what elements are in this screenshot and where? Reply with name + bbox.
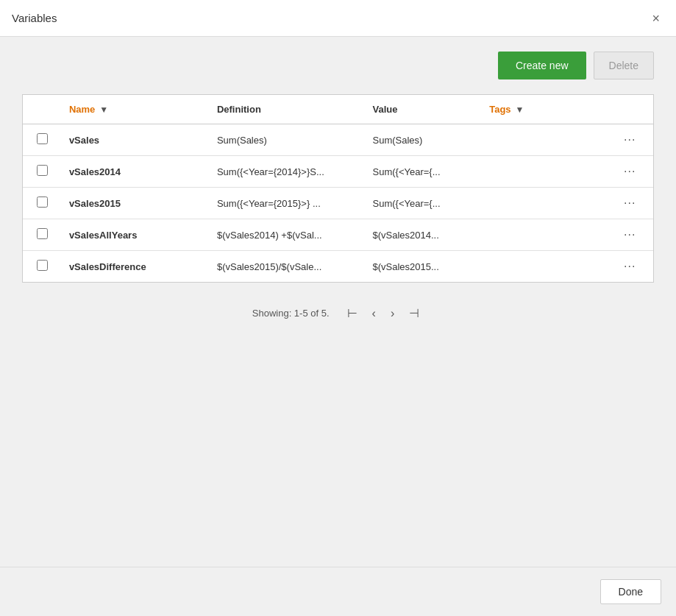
row-tags [482, 219, 606, 251]
row-tags [482, 251, 606, 283]
tags-col-label: Tags [489, 104, 510, 115]
header-value-col: Value [366, 95, 483, 124]
row-value: Sum(Sales) [366, 124, 483, 156]
row-action-cell: ··· [606, 124, 653, 156]
row-definition: Sum({<Year={2014}>}S... [210, 156, 366, 188]
row-value: Sum({<Year={... [366, 188, 483, 219]
row-more-button[interactable]: ··· [624, 228, 636, 241]
header-tags-col: Tags ▼ [482, 95, 606, 124]
variables-table: Name ▼ Definition Value Tags [23, 95, 653, 282]
row-action-cell: ··· [606, 156, 653, 188]
row-checkbox[interactable] [37, 133, 48, 144]
row-checkbox[interactable] [37, 228, 48, 239]
name-col-label: Name [69, 104, 95, 115]
table-header-row: Name ▼ Definition Value Tags [23, 95, 653, 124]
pagination-info: Showing: 1-5 of 5. [252, 308, 330, 319]
row-checkbox-cell [23, 251, 62, 283]
table-row: vSalesDifference$(vSales2015)/$(vSale...… [23, 251, 653, 283]
row-definition: $(vSales2015)/$(vSale... [210, 251, 366, 283]
row-name: vSalesDifference [62, 251, 210, 283]
row-value: $(vSales2014... [366, 219, 483, 251]
row-checkbox[interactable] [37, 165, 48, 176]
row-checkbox[interactable] [37, 197, 48, 208]
row-action-cell: ··· [606, 251, 653, 283]
row-value: Sum({<Year={... [366, 156, 483, 188]
prev-page-button[interactable]: ‹ [368, 305, 380, 322]
toolbar: Create new Delete [22, 52, 654, 79]
row-more-button[interactable]: ··· [624, 197, 636, 210]
row-checkbox-cell [23, 124, 62, 156]
definition-col-label: Definition [217, 104, 261, 115]
close-button[interactable]: × [647, 10, 664, 26]
pagination: Showing: 1-5 of 5. ⊢ ‹ › ⊣ [22, 305, 654, 322]
row-more-button[interactable]: ··· [624, 260, 636, 273]
header-checkbox-col [23, 95, 62, 124]
tags-filter-icon[interactable]: ▼ [516, 105, 524, 115]
row-tags [482, 188, 606, 219]
dialog-header: Variables × [0, 0, 676, 37]
next-page-button[interactable]: › [386, 305, 399, 322]
variables-dialog: Variables × Create new Delete Name ▼ [0, 0, 676, 616]
header-action-col [606, 95, 653, 124]
row-definition: $(vSales2014) +$(vSal... [210, 219, 366, 251]
row-action-cell: ··· [606, 219, 653, 251]
table-row: vSales2015Sum({<Year={2015}>} ...Sum({<Y… [23, 188, 653, 219]
done-button[interactable]: Done [600, 579, 661, 604]
create-new-button[interactable]: Create new [498, 52, 586, 79]
row-more-button[interactable]: ··· [624, 165, 636, 178]
row-checkbox-cell [23, 156, 62, 188]
row-name: vSalesAllYears [62, 219, 210, 251]
dialog-footer: Done [0, 567, 676, 616]
name-filter-icon[interactable]: ▼ [99, 105, 108, 115]
table-row: vSales2014Sum({<Year={2014}>}S...Sum({<Y… [23, 156, 653, 188]
dialog-body: Create new Delete Name ▼ Def [0, 37, 676, 336]
row-action-cell: ··· [606, 188, 653, 219]
row-checkbox-cell [23, 188, 62, 219]
last-page-button[interactable]: ⊣ [405, 305, 424, 322]
variables-table-container: Name ▼ Definition Value Tags [22, 94, 654, 283]
row-checkbox-cell [23, 219, 62, 251]
row-name: vSales2015 [62, 188, 210, 219]
header-name-col: Name ▼ [62, 95, 210, 124]
row-checkbox[interactable] [37, 260, 48, 271]
row-definition: Sum({<Year={2015}>} ... [210, 188, 366, 219]
table-row: vSalesAllYears$(vSales2014) +$(vSal...$(… [23, 219, 653, 251]
row-name: vSales2014 [62, 156, 210, 188]
row-value: $(vSales2015... [366, 251, 483, 283]
row-more-button[interactable]: ··· [624, 133, 636, 146]
row-name: vSales [62, 124, 210, 156]
row-definition: Sum(Sales) [210, 124, 366, 156]
dialog-title: Variables [12, 12, 57, 24]
header-definition-col: Definition [210, 95, 366, 124]
row-tags [482, 124, 606, 156]
row-tags [482, 156, 606, 188]
table-row: vSalesSum(Sales)Sum(Sales)··· [23, 124, 653, 156]
delete-button[interactable]: Delete [594, 52, 654, 79]
first-page-button[interactable]: ⊢ [343, 305, 362, 322]
table-body: vSalesSum(Sales)Sum(Sales)···vSales2014S… [23, 124, 653, 283]
value-col-label: Value [373, 104, 398, 115]
